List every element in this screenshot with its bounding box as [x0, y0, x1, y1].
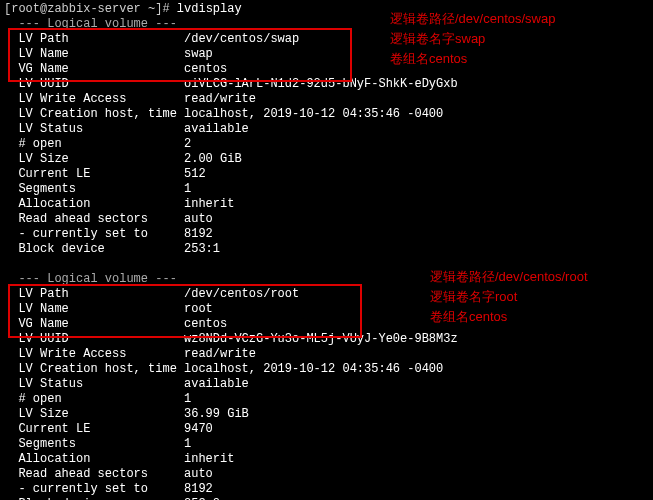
command-text: lvdisplay: [177, 2, 242, 16]
block-device-row: Block device253:1: [4, 242, 649, 257]
lv-path-row: LV Path/dev/centos/swap: [4, 32, 649, 47]
current-le-row: Current LE9470: [4, 422, 649, 437]
lv-status-row: LV Statusavailable: [4, 377, 649, 392]
vg-name-row: VG Namecentos: [4, 317, 649, 332]
lv-status-row: LV Statusavailable: [4, 122, 649, 137]
lv-creation-row: LV Creation host, timelocalhost, 2019-10…: [4, 362, 649, 377]
lv-path-row: LV Path/dev/centos/root: [4, 287, 649, 302]
lv-size-row: LV Size36.99 GiB: [4, 407, 649, 422]
lv-name-row: LV Nameroot: [4, 302, 649, 317]
read-ahead-row: Read ahead sectorsauto: [4, 212, 649, 227]
allocation-row: Allocationinherit: [4, 197, 649, 212]
lv-name-row: LV Nameswap: [4, 47, 649, 62]
lv-uuid-row: LV UUIDoiVLCG-lArL-N1d2-92d5-bNyF-ShkK-e…: [4, 77, 649, 92]
currently-set-row: - currently set to8192: [4, 482, 649, 497]
current-le-row: Current LE512: [4, 167, 649, 182]
annotation-path-2: 逻辑卷路径/dev/centos/root: [430, 268, 588, 286]
lv-write-access-row: LV Write Accessread/write: [4, 347, 649, 362]
annotation-path-1: 逻辑卷路径/dev/centos/swap: [390, 10, 555, 28]
annotation-vg-2: 卷组名centos: [430, 308, 507, 326]
read-ahead-row: Read ahead sectorsauto: [4, 467, 649, 482]
open-row: # open1: [4, 392, 649, 407]
annotation-name-1: 逻辑卷名字swap: [390, 30, 485, 48]
annotation-vg-1: 卷组名centos: [390, 50, 467, 68]
currently-set-row: - currently set to8192: [4, 227, 649, 242]
lv-uuid-row: LV UUIDwz8NDd-VCzG-Yu3o-ML5j-VUyJ-Ye0e-9…: [4, 332, 649, 347]
lv-creation-row: LV Creation host, timelocalhost, 2019-10…: [4, 107, 649, 122]
open-row: # open2: [4, 137, 649, 152]
vg-name-row: VG Namecentos: [4, 62, 649, 77]
shell-prompt: [root@zabbix-server ~]#: [4, 2, 177, 16]
allocation-row: Allocationinherit: [4, 452, 649, 467]
segments-row: Segments1: [4, 437, 649, 452]
segments-row: Segments1: [4, 182, 649, 197]
lv-size-row: LV Size2.00 GiB: [4, 152, 649, 167]
annotation-name-2: 逻辑卷名字root: [430, 288, 517, 306]
lv-write-access-row: LV Write Accessread/write: [4, 92, 649, 107]
terminal-output: [root@zabbix-server ~]# lvdisplay --- Lo…: [0, 0, 653, 500]
